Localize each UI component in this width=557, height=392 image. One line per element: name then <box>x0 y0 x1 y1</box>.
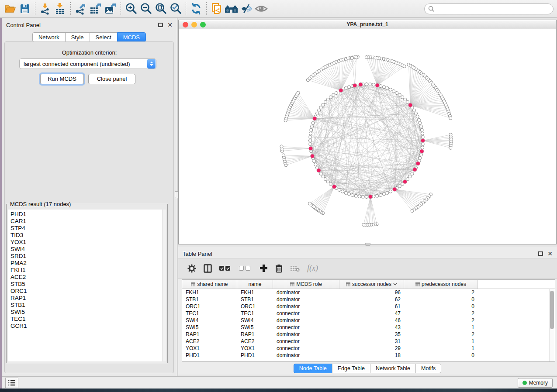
mcds-result-item[interactable]: TID3 <box>10 232 166 239</box>
table-cell: 61 <box>339 303 404 310</box>
close-panel-icon[interactable]: ✕ <box>167 23 173 27</box>
mcds-result-item[interactable]: YOX1 <box>10 239 166 246</box>
delete-column-button[interactable] <box>275 262 283 275</box>
unchecked-box-icon <box>246 266 250 271</box>
float-window-icon[interactable] <box>538 251 543 256</box>
open-file-button[interactable] <box>3 2 17 16</box>
column-header-shared-name[interactable]: shared name <box>182 280 237 289</box>
table-row[interactable]: ACE2ACE2connector311 <box>182 338 555 345</box>
table-row[interactable]: TEC1TEC1connector472 <box>182 310 555 317</box>
table-row[interactable]: SWI5SWI5connector431 <box>182 324 555 331</box>
mcds-result-item[interactable]: SWI5 <box>10 309 166 316</box>
table-row[interactable]: FKH1FKH1dominator962 <box>182 289 555 296</box>
table-row[interactable]: YOX1YOX1connector291 <box>182 345 555 352</box>
column-header-predecessor-nodes[interactable]: predecessor nodes <box>404 280 478 289</box>
mcds-result-item[interactable]: FKH1 <box>10 267 166 274</box>
mcds-result-item[interactable]: TEC1 <box>10 316 166 323</box>
toggle-column-view-button[interactable] <box>204 262 212 275</box>
eye-icon <box>254 3 268 14</box>
table-settings-button[interactable] <box>187 262 196 275</box>
toolbar-divider <box>186 2 186 15</box>
mcds-result-item[interactable]: ORC1 <box>10 288 166 295</box>
table-row[interactable]: SWI4SWI4dominator462 <box>182 317 555 324</box>
hide-selected-button[interactable] <box>239 2 254 16</box>
show-all-button[interactable] <box>254 2 269 16</box>
table-row[interactable]: STB1STB1dominator620 <box>182 296 555 303</box>
find-button[interactable] <box>224 2 239 16</box>
criterion-dropdown[interactable]: largest connected component (undirected) <box>19 58 156 69</box>
table-cell: PHD1 <box>237 352 273 359</box>
tab-network[interactable]: Network <box>32 32 66 42</box>
float-window-icon[interactable] <box>158 23 163 27</box>
mcds-result-item[interactable]: STB5 <box>10 281 166 288</box>
mcds-result-item[interactable]: STB1 <box>10 302 166 309</box>
table-scrollbar-thumb[interactable] <box>550 291 554 329</box>
import-network-icon <box>39 3 52 15</box>
delete-table-button-disabled[interactable] <box>290 262 300 275</box>
unchecked-box-icon <box>239 266 244 271</box>
deselect-all-button[interactable] <box>239 262 252 275</box>
table-scrollbar-track[interactable] <box>549 289 555 362</box>
add-column-button[interactable] <box>259 262 268 275</box>
main-toolbar <box>0 0 557 18</box>
zoom-out-button[interactable] <box>138 2 153 16</box>
table-cell: 18 <box>339 352 404 359</box>
mcds-list-scrollbar[interactable] <box>162 210 166 361</box>
tab-node-table[interactable]: Node Table <box>294 364 332 373</box>
mcds-result-item[interactable]: GCR1 <box>10 323 166 330</box>
mcds-result-item[interactable]: CAR1 <box>10 218 166 225</box>
search-input[interactable] <box>435 4 553 13</box>
mcds-result-item[interactable]: PMA2 <box>10 260 166 267</box>
table-cell: FKH1 <box>237 289 273 296</box>
tab-edge-table[interactable]: Edge Table <box>332 364 370 373</box>
column-header-successor-nodes[interactable]: successor nodes <box>339 280 404 289</box>
node-table-header: shared namenameMCDS rolesuccessor nodesp… <box>182 280 555 289</box>
table-cell: STB1 <box>237 296 273 303</box>
import-table-button[interactable] <box>53 2 68 16</box>
table-row[interactable]: PHD1PHD1dominator180 <box>182 352 555 359</box>
table-cell: 47 <box>339 310 404 317</box>
zoom-fit-button[interactable] <box>153 2 168 16</box>
task-history-button[interactable] <box>5 378 18 388</box>
function-builder-button-disabled[interactable]: f(x) <box>307 262 318 275</box>
mcds-result-item[interactable]: PHD1 <box>10 211 166 218</box>
status-bar: Memory <box>2 376 557 389</box>
run-mcds-button[interactable]: Run MCDS <box>40 74 84 84</box>
close-panel-button[interactable]: Close panel <box>88 74 135 84</box>
network-canvas[interactable] <box>179 29 556 244</box>
save-session-button[interactable] <box>17 2 32 16</box>
plus-icon <box>259 264 268 272</box>
tab-select[interactable]: Select <box>90 32 118 42</box>
tab-mcds[interactable]: MCDS <box>117 32 146 42</box>
column-header-MCDS-role[interactable]: MCDS role <box>273 280 339 289</box>
import-network-button[interactable] <box>38 2 53 16</box>
zoom-in-button[interactable] <box>124 2 138 16</box>
mcds-result-item[interactable]: STP4 <box>10 225 166 232</box>
mcds-result-item[interactable]: ACE2 <box>10 274 166 281</box>
mcds-result-item[interactable]: SWI4 <box>10 246 166 253</box>
export-table-icon <box>89 3 102 15</box>
tab-motifs[interactable]: Motifs <box>415 364 441 373</box>
tab-style[interactable]: Style <box>65 32 90 42</box>
column-header-name[interactable]: name <box>237 280 273 289</box>
tab-network-table[interactable]: Network Table <box>370 364 416 373</box>
mcds-result-listbox: PHD1CAR1STP4TID3YOX1SWI4SRD1PMA2FKH1ACE2… <box>8 210 166 361</box>
export-image-button[interactable] <box>103 2 118 16</box>
zoom-out-icon <box>139 2 152 15</box>
table-cell: 0 <box>404 303 478 310</box>
select-all-button[interactable] <box>219 262 232 275</box>
table-row[interactable]: RAP1RAP1dominator352 <box>182 331 555 338</box>
clone-network-button[interactable] <box>209 2 224 16</box>
export-network-button[interactable] <box>73 2 88 16</box>
mcds-result-item[interactable]: RAP1 <box>10 295 166 302</box>
table-row[interactable]: ORC1ORC1dominator610 <box>182 303 555 310</box>
zoom-selected-button[interactable] <box>168 2 183 16</box>
close-panel-icon[interactable]: ✕ <box>547 251 553 256</box>
memory-button[interactable]: Memory <box>518 378 553 388</box>
table-cell: TEC1 <box>237 310 273 317</box>
export-table-button[interactable] <box>88 2 103 16</box>
refresh-button[interactable] <box>189 2 204 16</box>
horizontal-splitter-handle[interactable] <box>365 243 370 246</box>
memory-status-icon <box>522 381 527 385</box>
mcds-result-item[interactable]: SRD1 <box>10 253 166 260</box>
